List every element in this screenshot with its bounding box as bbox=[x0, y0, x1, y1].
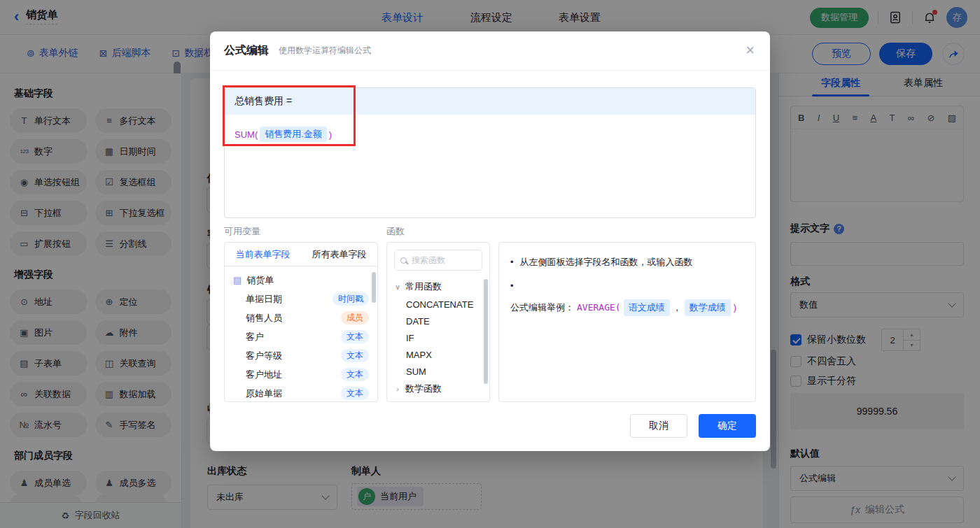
example-field-token: 数学成绩 bbox=[685, 299, 731, 316]
field-type-badge: 成员 bbox=[341, 311, 369, 324]
function-search-box[interactable] bbox=[394, 250, 482, 271]
formula-target: 总销售费用 = bbox=[225, 88, 755, 115]
formula-expression[interactable]: SUM( 销售费用.金额 ) bbox=[225, 115, 755, 142]
field-type-badge: 文本 bbox=[341, 368, 369, 381]
variables-panel: 当前表单字段 所有表单字段 ▤ 销货单 单据日期 时间戳 bbox=[224, 242, 378, 402]
modal-header: 公式编辑 使用数学运算符编辑公式 bbox=[210, 31, 770, 71]
variables-label: 可用变量 bbox=[224, 225, 260, 238]
formula-example: 公式编辑举例： AVERAGE( 语文成绩 ， 数学成绩 ) bbox=[510, 299, 736, 316]
field-type-badge: 文本 bbox=[341, 330, 369, 343]
variables-scrollbar-thumb[interactable] bbox=[372, 272, 376, 303]
tips-panel: • 从左侧面板选择字段名和函数，或输入函数 • 公式编辑举例： AVERAGE(… bbox=[498, 242, 756, 402]
caret-right-icon: › bbox=[394, 385, 401, 393]
function-search-input[interactable] bbox=[412, 255, 475, 265]
function-item[interactable]: CONCATENATE bbox=[387, 296, 489, 313]
function-items: CONCATENATE DATE IF MAPX SUM bbox=[387, 296, 489, 380]
tip-line-1: • 从左侧面板选择字段名和函数，或输入函数 bbox=[510, 255, 744, 269]
function-group[interactable]: › 数学函数 bbox=[387, 380, 489, 398]
function-item[interactable]: MAPX bbox=[387, 346, 489, 363]
example-field-token: 语文成绩 bbox=[624, 299, 670, 316]
field-type-badge: 文本 bbox=[341, 387, 369, 400]
tip-line-2: • 公式编辑举例： AVERAGE( 语文成绩 ， 数学成绩 ) bbox=[510, 279, 744, 316]
tab-current-form-fields[interactable]: 当前表单字段 bbox=[225, 248, 301, 261]
tree-root-form[interactable]: ▤ 销货单 bbox=[225, 271, 377, 290]
variable-row[interactable]: 销售人员 成员 bbox=[225, 308, 377, 327]
variable-row[interactable]: 客户 文本 bbox=[225, 327, 377, 346]
close-icon[interactable]: × bbox=[746, 41, 755, 59]
functions-label: 函数 bbox=[386, 225, 405, 238]
function-collapsed-groups: › 数学函数 › 文本函数 bbox=[387, 380, 489, 402]
variables-tabs: 当前表单字段 所有表单字段 bbox=[225, 243, 377, 266]
modal-title: 公式编辑 bbox=[224, 43, 269, 58]
function-item[interactable]: SUM bbox=[387, 363, 489, 380]
modal-subtitle: 使用数学运算符编辑公式 bbox=[279, 45, 371, 57]
confirm-button[interactable]: 确定 bbox=[699, 414, 756, 438]
field-type-badge: 文本 bbox=[341, 349, 369, 362]
functions-panel: ∨ 常用函数 CONCATENATE DATE IF MAPX SUM bbox=[386, 242, 490, 402]
document-icon: ▤ bbox=[233, 275, 241, 285]
variable-row[interactable]: 单据日期 时间戳 bbox=[225, 290, 377, 308]
variable-row[interactable]: 客户等级 文本 bbox=[225, 346, 377, 365]
formula-editor-modal: 公式编辑 使用数学运算符编辑公式 × 总销售费用 = SUM( 销售费用.金额 … bbox=[210, 31, 770, 451]
caret-down-icon: ∨ bbox=[394, 283, 401, 292]
cancel-button[interactable]: 取消 bbox=[630, 414, 687, 438]
function-group-common[interactable]: ∨ 常用函数 bbox=[387, 278, 489, 296]
function-group[interactable]: › 文本函数 bbox=[387, 398, 489, 402]
formula-close-paren: ) bbox=[329, 129, 332, 140]
formula-field-token[interactable]: 销售费用.金额 bbox=[260, 127, 327, 142]
formula-editor-area[interactable]: 总销售费用 = SUM( 销售费用.金额 ) bbox=[224, 87, 756, 218]
variable-row[interactable]: 原始单据 文本 bbox=[225, 384, 377, 402]
variables-tree: ▤ 销货单 单据日期 时间戳 销售人员 成员 bbox=[225, 266, 377, 402]
function-item[interactable]: DATE bbox=[387, 313, 489, 329]
variable-rows: 单据日期 时间戳 销售人员 成员 客户 文本 bbox=[225, 290, 377, 402]
function-item[interactable]: IF bbox=[387, 329, 489, 346]
tab-all-form-fields[interactable]: 所有表单字段 bbox=[301, 248, 377, 261]
search-icon bbox=[400, 257, 407, 264]
field-type-badge: 时间戳 bbox=[332, 292, 369, 306]
functions-scrollbar-thumb[interactable] bbox=[484, 279, 488, 384]
formula-function: SUM( bbox=[234, 129, 258, 140]
app-window: ‹ 销货单 表单设计 流程设定 表单设置 数据管理 存 bbox=[0, 0, 980, 528]
variable-row[interactable]: 客户地址 文本 bbox=[225, 365, 377, 384]
